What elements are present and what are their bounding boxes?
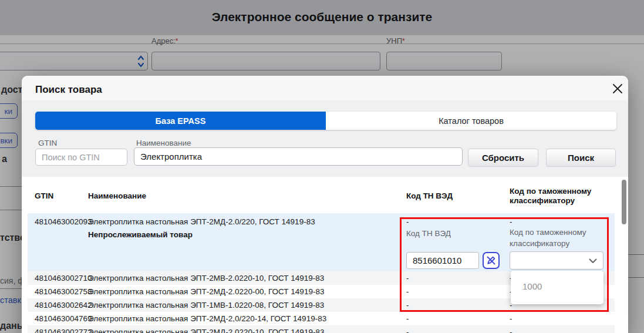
column-header-name: Наименование [88,191,146,200]
row-tnved-value: - [406,314,409,323]
customs-code-dropdown: 1000 [511,271,603,304]
dropdown-option[interactable]: 1000 [511,271,603,291]
table-row[interactable]: 4810463002772 Электроплитка настольная Э… [28,325,615,333]
gtin-search-label: GTIN [38,139,57,147]
row-gtin: 4810463002093 [35,217,92,226]
row-customs-value: - [510,328,512,333]
source-tabs: База EPASS Каталог товаров [35,112,616,130]
row-tnved-value: - [406,217,409,226]
column-header-gtin: GTIN [35,191,53,200]
row-tnved-value: - [406,274,409,282]
table-row-selected[interactable]: 4810463002093 Электроплитка настольная Э… [28,213,615,271]
column-header-tnved: Код ТН ВЭД [406,191,453,200]
tnved-field-label: Код ТН ВЭД [406,229,451,238]
customs-field-label: Код по таможенному классификатору [510,227,609,250]
non-traceable-note: Непрослеживаемый товар [88,230,193,239]
row-tnved-value: - [406,328,409,333]
row-gtin: 4810463004769 [35,314,92,323]
name-search-label: Наименование [136,139,191,147]
row-gtin: 4810463002710 [35,274,92,282]
row-name: Электроплитка настольная ЭПТ-2МД-2,0/220… [88,314,326,323]
customs-code-select[interactable] [510,251,603,270]
row-customs-value: - [510,217,512,226]
row-name: Электроплитка настольная ЭПТ-2МВ-2.0220-… [88,274,324,282]
row-name: Электроплитка настольная ЭПТ-2МД-2.0220-… [88,328,324,333]
row-tnved-value: - [406,301,409,310]
name-search-input[interactable] [134,147,463,166]
modal-title: Поиск товара [35,84,102,96]
close-icon [612,83,623,95]
row-gtin: 4810463002772 [35,328,92,333]
product-search-modal: Поиск товара База EPASS Каталог товаров … [22,76,628,333]
screen: Электронное сообщение о транзите Адрес:*… [0,0,644,333]
table-row[interactable]: 4810463004769 Электроплитка настольная Э… [28,312,615,325]
column-header-customs: Код по таможенному классификатору [510,187,601,206]
modal-header [22,76,628,100]
tab-epass[interactable]: База EPASS [35,112,326,130]
tnved-code-input[interactable] [406,252,479,269]
row-name: Электроплитка настольная ЭПТ-2МД-2.0/220… [88,217,315,226]
row-gtin: 4810463002758 [35,287,92,296]
row-customs-value: - [510,314,512,323]
row-gtin: 4810463002642 [35,301,92,310]
reset-button[interactable]: Сбросить [468,149,538,167]
row-name: Электроплитка настольная ЭПТ-1МВ-1.0220-… [88,301,324,310]
tnved-classifier-button[interactable] [483,252,500,269]
tab-catalog[interactable]: Каталог товаров [326,112,616,130]
row-tnved-value: - [406,287,409,296]
scrollbar-thumb[interactable] [622,180,626,224]
close-button[interactable] [611,82,625,96]
select-chevron-icon [589,258,597,264]
gtin-search-input[interactable] [35,149,127,166]
edit-off-icon [485,255,497,266]
row-name: Электроплитка настольная ЭПТ-2МД-2.0220-… [88,287,324,296]
search-button[interactable]: Поиск [546,149,616,167]
